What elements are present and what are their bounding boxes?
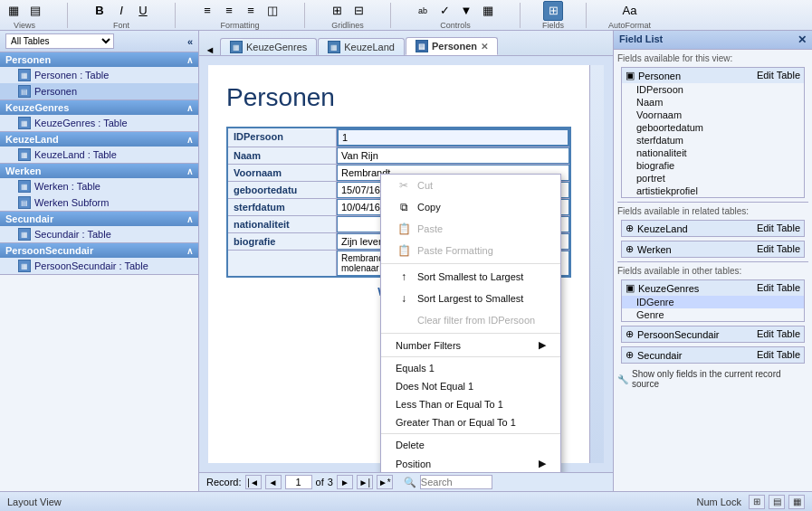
cm-sep-3 [381, 356, 560, 357]
nav-item-personen-form[interactable]: ▤ Personen [0, 83, 198, 99]
form-value-naam[interactable]: Van Rijn [337, 147, 569, 164]
persoonsecundair-edit-table-link[interactable]: Edit Table [757, 328, 800, 340]
vertical-scrollbar[interactable] [589, 65, 604, 463]
grid-btn-1[interactable]: ⊞ [327, 1, 347, 21]
nav-section-secundair-header[interactable]: Secundair ∧ [0, 212, 198, 226]
personen-expand-icon[interactable]: ∧ [186, 55, 193, 65]
cm-item-equals[interactable]: Equals 1 [381, 359, 560, 377]
ctrl-btn-4[interactable]: ▦ [478, 1, 498, 21]
secundair-other-expand-btn[interactable]: ⊕ [626, 349, 634, 361]
secundair-expand-icon[interactable]: ∧ [186, 214, 193, 224]
view-btn-2[interactable]: ▤ [25, 1, 45, 21]
cm-item-sort-desc[interactable]: ↓ Sort Largest to Smallest [381, 288, 560, 309]
font-label: Font [113, 21, 129, 30]
right-panel-close-btn[interactable]: ✕ [798, 33, 807, 46]
cm-sep-4 [381, 433, 560, 434]
cm-copy-label: Copy [417, 202, 441, 213]
nav-section-personen-header[interactable]: Personen ∧ [0, 52, 198, 67]
italic-btn[interactable]: I [111, 1, 131, 21]
personen-expand-btn[interactable]: ▣ [626, 70, 635, 81]
cm-item-copy[interactable]: ⧉ Copy [381, 196, 560, 218]
cut-icon: ✂ [396, 178, 412, 193]
nav-item-werken-subform[interactable]: ▤ Werken Subform [0, 194, 198, 211]
record-last-btn[interactable]: ►| [357, 475, 373, 489]
cm-item-gte[interactable]: Greater Than or Equal To 1 [381, 413, 560, 431]
persoonsecundair-expand-icon[interactable]: ∧ [186, 246, 193, 256]
fmt-btn-3[interactable]: ≡ [241, 1, 261, 21]
view-btn-1[interactable]: ▦ [4, 1, 24, 21]
tab-scroll-left[interactable]: ◄ [201, 44, 219, 55]
field-section-werken-related-header: ⊕ Werken Edit Table [622, 241, 804, 257]
nav-item-keuzeland-table[interactable]: ▦ KeuzeLand : Table [0, 147, 198, 163]
controls-label: Controls [440, 21, 471, 30]
nav-item-personen-table[interactable]: ▦ Personen : Table [0, 67, 198, 83]
nav-item-keuzegenres-table[interactable]: ▦ KeuzeGenres : Table [0, 115, 198, 131]
werken-expand-icon[interactable]: ∧ [186, 166, 193, 176]
keuzeland-expand-icon[interactable]: ∧ [186, 135, 193, 145]
record-next-btn[interactable]: ► [337, 475, 353, 489]
ctrl-btn-2[interactable]: ✓ [435, 1, 454, 21]
nav-section-keuzegenres-header[interactable]: KeuzeGenres ∧ [0, 100, 198, 115]
record-first-btn[interactable]: |◄ [245, 475, 262, 489]
fmt-btn-1[interactable]: ≡ [197, 1, 217, 21]
ctrl-btn-1[interactable]: ab [413, 1, 433, 21]
tab-keuzegenres[interactable]: ▦ KeuzeGenres [220, 38, 317, 55]
cm-item-sort-asc[interactable]: ↑ Sort Smallest to Largest [381, 266, 560, 288]
cm-item-position[interactable]: Position ▶ [381, 454, 560, 472]
personen-edit-table-link[interactable]: Edit Table [757, 70, 800, 81]
cm-item-paste[interactable]: 📋 Paste [381, 218, 560, 240]
keuzeland-edit-table-link[interactable]: Edit Table [757, 222, 800, 234]
nav-item-persoonsecundair-table[interactable]: ▦ PersoonSecundair : Table [0, 258, 198, 274]
cm-item-paste-formatting[interactable]: 📋 Paste Formatting [381, 240, 560, 261]
all-tables-select[interactable]: All Tables [5, 33, 114, 49]
keuzegenres-expand-icon[interactable]: ∧ [186, 103, 193, 113]
fmt-btn-4[interactable]: ◫ [263, 1, 282, 21]
grid-btn-2[interactable]: ⊟ [349, 1, 368, 21]
cm-item-delete[interactable]: Delete [381, 436, 560, 454]
record-search-input[interactable] [420, 475, 492, 489]
cm-position-label: Position [396, 459, 431, 469]
secundair-section-label: Secundair [5, 213, 53, 224]
field-section-personen-header: ▣ Personen Edit Table [622, 68, 804, 83]
ctrl-btn-3[interactable]: ▼ [456, 1, 476, 21]
cm-item-number-filters[interactable]: Number Filters ▶ [381, 336, 560, 355]
record-prev-btn[interactable]: ◄ [265, 475, 282, 489]
tab-personen-close[interactable]: ✕ [481, 42, 488, 52]
secundair-edit-table-link[interactable]: Edit Table [757, 349, 800, 361]
werken-edit-table-link[interactable]: Edit Table [757, 243, 800, 255]
left-panel-collapse[interactable]: « [187, 36, 193, 47]
autoformat-btn[interactable]: Aa [620, 1, 640, 21]
persoonsecundair-other-expand-btn[interactable]: ⊕ [626, 328, 634, 340]
keuzeland-expand-btn[interactable]: ⊕ [626, 222, 634, 234]
nav-item-werken-table[interactable]: ▦ Werken : Table [0, 178, 198, 194]
record-current-input[interactable] [285, 475, 312, 489]
fields-btn[interactable]: ⊞ [543, 1, 563, 21]
tab-personen[interactable]: ▤ Personen ✕ [406, 37, 498, 55]
status-icon-3[interactable]: ▦ [788, 495, 805, 509]
bold-btn[interactable]: B [90, 1, 110, 21]
field-section-persoonsecundair-other-header: ⊕ PersoonSecundair Edit Table [622, 326, 804, 342]
sort-desc-icon: ↓ [396, 291, 412, 306]
nav-item-secundair-table[interactable]: ▦ Secundair : Table [0, 226, 198, 242]
nav-section-persoonsecundair-header[interactable]: PersoonSecundair ∧ [0, 243, 198, 258]
status-icon-2[interactable]: ▤ [769, 495, 785, 509]
cm-item-not-equals[interactable]: Does Not Equal 1 [381, 377, 560, 395]
record-new-btn[interactable]: ►* [377, 475, 393, 489]
nav-section-keuzegenres: KeuzeGenres ∧ ▦ KeuzeGenres : Table [0, 100, 198, 132]
show-fields-label: Show only fields in the current record s… [632, 369, 808, 389]
cm-item-lte[interactable]: Less Than or Equal To 1 [381, 395, 560, 413]
nav-section-keuzeland-header[interactable]: KeuzeLand ∧ [0, 132, 198, 147]
keuzegenres-expand-btn[interactable]: ▣ [626, 282, 635, 294]
cm-item-cut[interactable]: ✂ Cut [381, 175, 560, 196]
cm-position-arrow: ▶ [539, 458, 546, 469]
tab-keuzeland[interactable]: ▦ KeuzeLand [318, 38, 405, 55]
werken-expand-btn[interactable]: ⊕ [626, 243, 634, 255]
status-icon-1[interactable]: ⊞ [749, 495, 765, 509]
keuzegenres-edit-table-link[interactable]: Edit Table [757, 282, 800, 294]
cm-item-clear-filter[interactable]: Clear filter from IDPersoon [381, 309, 560, 331]
fields-divider-1 [617, 202, 808, 203]
nav-section-werken-header[interactable]: Werken ∧ [0, 164, 198, 178]
form-value-idpersoon[interactable]: 1 [337, 128, 569, 147]
fmt-btn-2[interactable]: ≡ [219, 1, 239, 21]
underline-btn[interactable]: U [133, 1, 153, 21]
